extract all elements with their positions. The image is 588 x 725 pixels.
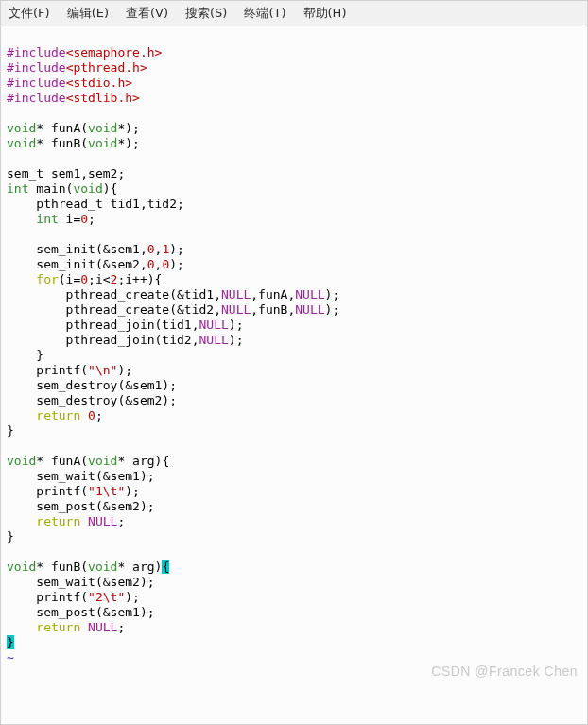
text: ); bbox=[229, 333, 244, 347]
text: printf( bbox=[7, 484, 88, 498]
menu-terminal[interactable]: 终端(T) bbox=[244, 5, 285, 22]
line: sem_post(&sem1); bbox=[7, 605, 155, 619]
line: void* funB(void*); bbox=[7, 136, 140, 150]
line: sem_destroy(&sem2); bbox=[7, 393, 177, 407]
line: for(i=0;i<2;i++){ bbox=[7, 272, 162, 286]
watermark: CSDN @Francek Chen bbox=[431, 664, 578, 679]
code-editor[interactable]: #include<semaphore.h> #include<pthread.h… bbox=[1, 26, 587, 684]
line: void* funA(void* arg){ bbox=[7, 454, 169, 468]
include-header: <semaphore.h> bbox=[66, 45, 163, 60]
text: * arg){ bbox=[117, 454, 169, 468]
line: pthread_create(&tid1,NULL,funA,NULL); bbox=[7, 287, 339, 302]
text: ;i++){ bbox=[117, 272, 162, 286]
text: * funA( bbox=[36, 454, 88, 468]
line: sem_post(&sem2); bbox=[7, 499, 155, 513]
type: int bbox=[7, 181, 28, 196]
text bbox=[80, 620, 88, 634]
line: pthread_t tid1,tid2; bbox=[7, 197, 184, 211]
text bbox=[80, 408, 88, 423]
null: NULL bbox=[88, 514, 117, 528]
menu-help[interactable]: 帮助(H) bbox=[303, 5, 347, 22]
menu-view[interactable]: 查看(V) bbox=[126, 5, 168, 22]
text: * funB( bbox=[36, 136, 88, 150]
text: ); bbox=[325, 287, 340, 302]
line: pthread_join(tid2,NULL); bbox=[7, 333, 243, 347]
text: main( bbox=[28, 181, 73, 196]
text bbox=[7, 212, 36, 226]
line: sem_t sem1,sem2; bbox=[7, 166, 125, 181]
keyword: for bbox=[36, 272, 58, 286]
type: int bbox=[36, 212, 58, 226]
null: NULL bbox=[221, 287, 251, 302]
number: 0 bbox=[80, 272, 88, 286]
type: void bbox=[73, 181, 102, 196]
text: *); bbox=[117, 136, 139, 150]
include-header: <stdlib.h> bbox=[66, 91, 140, 105]
text: i= bbox=[59, 212, 80, 226]
type: void bbox=[7, 121, 36, 135]
text: ); bbox=[125, 484, 140, 498]
line: #include<stdlib.h> bbox=[7, 91, 140, 105]
keyword: return bbox=[36, 620, 80, 634]
vim-tilde: ~ bbox=[7, 650, 14, 665]
null: NULL bbox=[199, 318, 229, 332]
cursor-block: } bbox=[7, 635, 14, 649]
string: "1\t" bbox=[88, 484, 125, 498]
null: NULL bbox=[88, 620, 117, 634]
line: #include<semaphore.h> bbox=[7, 45, 162, 60]
line: } bbox=[7, 529, 14, 544]
line: #include<pthread.h> bbox=[7, 60, 147, 75]
type: void bbox=[88, 136, 117, 150]
text: ); bbox=[169, 242, 184, 256]
line: printf("1\t"); bbox=[7, 484, 140, 498]
line: sem_init(&sem2,0,0); bbox=[7, 257, 184, 271]
text: ;i< bbox=[88, 272, 110, 286]
text: printf( bbox=[7, 363, 88, 377]
preproc: #include bbox=[7, 91, 66, 105]
type: void bbox=[88, 560, 117, 574]
number: 0 bbox=[147, 257, 155, 271]
text: ,funA, bbox=[251, 287, 295, 302]
line: pthread_join(tid1,NULL); bbox=[7, 318, 243, 332]
number: 0 bbox=[147, 242, 155, 256]
text: ); bbox=[169, 257, 184, 271]
line: int i=0; bbox=[7, 212, 95, 226]
text: pthread_join(tid1, bbox=[7, 318, 199, 332]
line: } bbox=[7, 423, 14, 438]
text: pthread_join(tid2, bbox=[7, 333, 199, 347]
text: * arg) bbox=[117, 560, 162, 574]
keyword: return bbox=[36, 408, 80, 423]
cursor-highlight: { bbox=[162, 560, 169, 574]
number: 0 bbox=[80, 212, 88, 226]
line: void* funB(void* arg){ bbox=[7, 560, 169, 574]
text: ); bbox=[325, 302, 340, 317]
line: return 0; bbox=[7, 408, 103, 423]
line: printf("2\t"); bbox=[7, 590, 140, 604]
line: int main(void){ bbox=[7, 181, 117, 196]
type: void bbox=[7, 560, 36, 574]
menu-edit[interactable]: 编辑(E) bbox=[67, 5, 109, 22]
line: printf("\n"); bbox=[7, 363, 132, 377]
null: NULL bbox=[295, 302, 324, 317]
preproc: #include bbox=[7, 60, 66, 75]
text: * funA( bbox=[36, 121, 88, 135]
type: void bbox=[88, 454, 117, 468]
line: pthread_create(&tid2,NULL,funB,NULL); bbox=[7, 302, 339, 317]
line: #include<stdio.h> bbox=[7, 76, 132, 90]
line: } bbox=[7, 635, 14, 649]
null: NULL bbox=[221, 302, 251, 317]
preproc: #include bbox=[7, 76, 66, 90]
line: sem_init(&sem1,0,1); bbox=[7, 242, 184, 256]
text bbox=[7, 408, 36, 423]
type: void bbox=[7, 136, 36, 150]
menu-search[interactable]: 搜索(S) bbox=[185, 5, 227, 22]
text: ); bbox=[229, 318, 244, 332]
line: return NULL; bbox=[7, 620, 125, 634]
menu-file[interactable]: 文件(F) bbox=[9, 5, 50, 22]
line: sem_wait(&sem2); bbox=[7, 575, 155, 589]
text: ; bbox=[117, 514, 125, 528]
include-header: <stdio.h> bbox=[66, 76, 132, 90]
preproc: #include bbox=[7, 45, 66, 60]
line: sem_destroy(&sem1); bbox=[7, 378, 177, 392]
null: NULL bbox=[199, 333, 229, 347]
